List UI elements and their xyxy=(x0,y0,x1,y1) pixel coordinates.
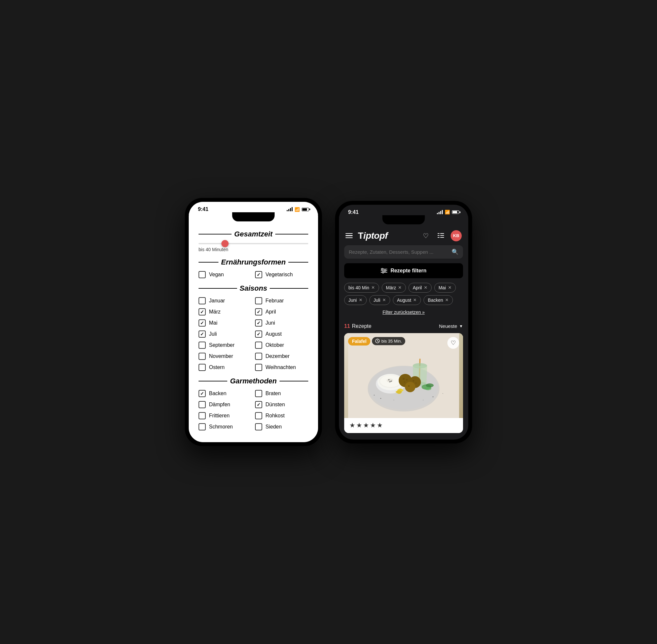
header-icons: ♡ KB xyxy=(421,230,462,242)
sort-label: Neueste xyxy=(439,323,457,329)
svg-rect-3 xyxy=(440,235,444,236)
remove-tag-icon[interactable]: ✕ xyxy=(359,298,362,302)
user-avatar-button[interactable]: KB xyxy=(451,230,462,242)
svg-point-44 xyxy=(394,400,394,400)
checkbox-november[interactable]: November xyxy=(198,353,252,360)
search-bar: 🔍 xyxy=(339,245,468,263)
chevron-down-icon: ▼ xyxy=(459,324,463,328)
filter-tag-juni[interactable]: Juni ✕ xyxy=(344,295,367,305)
checkbox-vegan[interactable]: Vegan xyxy=(198,271,252,278)
checkbox-duensten[interactable]: Dünsten xyxy=(255,401,308,408)
svg-point-36 xyxy=(415,383,417,384)
wifi-icon-right: 📶 xyxy=(445,210,450,214)
checkbox-vegan-box[interactable] xyxy=(198,271,206,278)
filter-button-wrap: Rezepte filtern xyxy=(339,263,468,283)
star-4: ★ xyxy=(370,421,376,429)
time-right: 9:41 xyxy=(348,209,358,215)
checkbox-februar[interactable]: Februar xyxy=(255,297,308,304)
filter-tags-section: bis 40 Min ✕ März ✕ April ✕ Mai ✕ xyxy=(339,283,468,322)
svg-point-24 xyxy=(391,381,392,382)
svg-rect-1 xyxy=(440,233,444,234)
filter-icon xyxy=(381,268,387,273)
timer-icon xyxy=(375,339,380,343)
svg-rect-2 xyxy=(438,235,440,236)
checkbox-schmoren[interactable]: Schmoren xyxy=(198,423,252,431)
checkbox-september[interactable]: September xyxy=(198,342,252,349)
filter-tag-juli[interactable]: Juli ✕ xyxy=(369,295,390,305)
remove-tag-icon[interactable]: ✕ xyxy=(424,285,427,290)
status-icons-right: 📶 xyxy=(437,210,459,214)
signal-icon xyxy=(287,207,292,211)
search-input-wrap[interactable]: 🔍 xyxy=(344,245,463,259)
reset-filters-link[interactable]: Filter zurücksetzen » xyxy=(344,308,463,319)
filter-panel: Gesamtzeit bis 40 Minuten Ernährungsform… xyxy=(189,224,318,442)
slider-thumb[interactable] xyxy=(221,240,229,247)
remove-tag-icon[interactable]: ✕ xyxy=(445,298,449,302)
checkbox-dezember[interactable]: Dezember xyxy=(255,353,308,360)
checkbox-backen[interactable]: Backen xyxy=(198,390,252,397)
checkbox-april[interactable]: April xyxy=(255,308,308,316)
filter-tag-time[interactable]: bis 40 Min ✕ xyxy=(344,283,379,293)
filter-button[interactable]: Rezepte filtern xyxy=(344,263,463,278)
search-input[interactable] xyxy=(349,249,449,255)
svg-point-31 xyxy=(403,378,405,380)
result-number: 11 xyxy=(344,323,350,329)
favorites-button[interactable]: ♡ xyxy=(421,231,431,241)
time-slider[interactable]: bis 40 Minuten xyxy=(198,243,308,252)
checkbox-ostern[interactable]: Ostern xyxy=(198,364,252,371)
left-phone: 9:41 📶 Gesamtzeit xyxy=(185,198,322,446)
recipe-card[interactable]: Falafel bis 35 Min. ♡ xyxy=(344,333,463,433)
svg-point-42 xyxy=(380,398,381,399)
star-1: ★ xyxy=(349,421,355,429)
svg-point-23 xyxy=(389,379,390,380)
checkbox-maerz[interactable]: März xyxy=(198,308,252,316)
signal-icon-right xyxy=(437,210,443,214)
remove-tag-icon[interactable]: ✕ xyxy=(382,298,386,302)
menu-button[interactable] xyxy=(346,233,353,238)
svg-point-47 xyxy=(443,393,443,394)
remove-tag-icon[interactable]: ✕ xyxy=(398,285,402,290)
filter-tags-row-2: Juni ✕ Juli ✕ August ✕ Backen ✕ xyxy=(344,295,463,305)
checkbox-januar[interactable]: Januar xyxy=(198,297,252,304)
filter-tag-maerz[interactable]: März ✕ xyxy=(382,283,406,293)
remove-tag-icon[interactable]: ✕ xyxy=(371,285,375,290)
garmethoden-grid: Backen Braten Dämpfen Dünsten Frittieren… xyxy=(198,390,308,431)
results-header: 11 Rezepte Neueste ▼ xyxy=(339,322,468,333)
app-logo: Tiptopf xyxy=(358,231,415,241)
filter-tag-april[interactable]: April ✕ xyxy=(408,283,432,293)
star-2: ★ xyxy=(356,421,362,429)
sort-button[interactable]: Neueste ▼ xyxy=(439,323,463,329)
svg-point-38 xyxy=(408,385,410,387)
checkbox-frittieren[interactable]: Frittieren xyxy=(198,412,252,419)
list-button[interactable] xyxy=(436,231,446,241)
svg-point-10 xyxy=(384,270,385,271)
svg-rect-0 xyxy=(438,233,440,234)
checkbox-weihnachten[interactable]: Weihnachten xyxy=(255,364,308,371)
checkbox-juni[interactable]: Juni xyxy=(255,319,308,327)
recipe-category-badge: Falafel xyxy=(348,337,370,346)
recipe-favorite-button[interactable]: ♡ xyxy=(447,337,459,349)
svg-rect-5 xyxy=(440,237,444,238)
svg-point-46 xyxy=(374,394,375,395)
checkbox-daempfen[interactable]: Dämpfen xyxy=(198,401,252,408)
svg-point-33 xyxy=(404,382,405,383)
svg-point-37 xyxy=(405,382,415,392)
recipe-image xyxy=(344,333,463,418)
remove-tag-icon[interactable]: ✕ xyxy=(413,298,417,302)
checkbox-vegetarisch-box[interactable] xyxy=(255,271,262,278)
checkbox-vegetarisch[interactable]: Vegetarisch xyxy=(255,271,308,278)
filter-tag-backen[interactable]: Backen ✕ xyxy=(424,295,453,305)
wifi-icon: 📶 xyxy=(295,207,300,212)
checkbox-august[interactable]: August xyxy=(255,330,308,338)
filter-tag-mai[interactable]: Mai ✕ xyxy=(434,283,456,293)
remove-tag-icon[interactable]: ✕ xyxy=(448,285,452,290)
results-count: 11 Rezepte xyxy=(344,323,371,329)
checkbox-rohkost[interactable]: Rohkost xyxy=(255,412,308,419)
checkbox-oktober[interactable]: Oktober xyxy=(255,342,308,349)
filter-tag-august[interactable]: August ✕ xyxy=(393,295,421,305)
checkbox-juli[interactable]: Juli xyxy=(198,330,252,338)
section-garmethoden-title: Garmethoden xyxy=(198,377,308,385)
checkbox-braten[interactable]: Braten xyxy=(255,390,308,397)
checkbox-mai[interactable]: Mai xyxy=(198,319,252,327)
checkbox-sieden[interactable]: Sieden xyxy=(255,423,308,431)
